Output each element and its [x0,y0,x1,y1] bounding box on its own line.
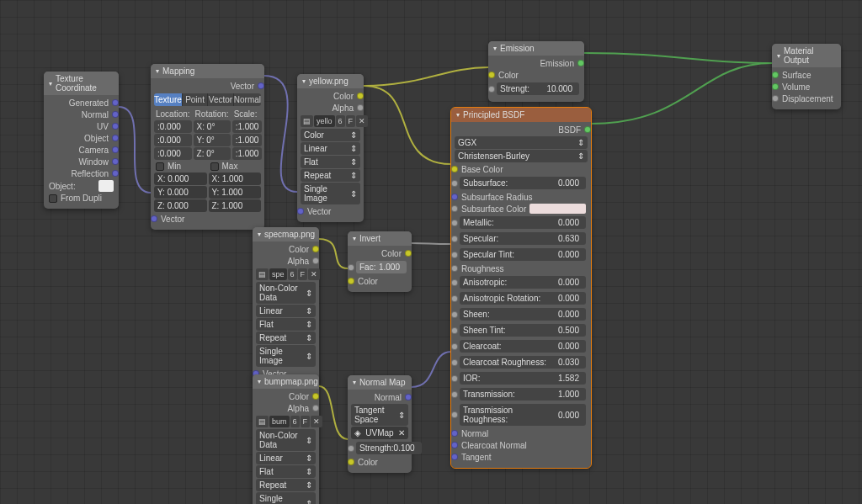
input-surface[interactable]: Surface [775,69,838,81]
output-reflection[interactable]: Reflection [47,167,115,179]
min-y[interactable]: Y: 0.000 [154,186,207,199]
input-specular[interactable]: Specular:0.630 [455,231,588,247]
node-texture-coordinate[interactable]: ▾Texture Coordinate Generated Normal UV … [44,72,119,209]
interpolation[interactable]: Linear⇕ [301,142,360,155]
node-normal-map[interactable]: ▾Normal Map Normal Tangent Space⇕ ◈UVMap… [348,375,412,473]
projection[interactable]: Flat⇕ [256,318,316,331]
node-image-yellow[interactable]: ▾yellow.png Color Alpha ▤ yello 6 F ✕ Co… [297,74,364,222]
tab-texture[interactable]: Texture [154,93,183,106]
node-invert[interactable]: ▾Invert Color Fac:1.000 Color [348,231,412,292]
input-volume[interactable]: Volume [775,81,838,93]
node-header[interactable]: ▾Texture Coordinate [44,72,119,95]
browse-icon[interactable]: ▤ [301,115,313,127]
output-camera[interactable]: Camera [47,144,115,156]
node-header[interactable]: ▾yellow.png [297,74,364,88]
color-space[interactable]: Color⇕ [301,129,360,141]
max-x[interactable]: X: 1.000 [209,172,262,185]
input-vector[interactable]: Vector [301,205,360,217]
extension[interactable]: Repeat⇕ [301,169,360,182]
input-metallic[interactable]: Metallic:0.000 [455,215,588,231]
image-datablock[interactable]: ▤ bum 6 F ✕ [256,416,316,427]
output-color[interactable]: Color [256,390,316,402]
max-z[interactable]: Z: 1.000 [209,199,262,212]
extension[interactable]: Repeat⇕ [256,332,316,344]
browse-icon[interactable]: ▤ [256,268,269,280]
image-datablock[interactable]: ▤ spe 6 F ✕ [256,268,316,280]
node-header[interactable]: ▾Material Output [772,44,841,67]
rot-y[interactable]: Y: 0° [194,134,231,146]
input-color[interactable]: Color [492,69,581,81]
source[interactable]: Single Image⇕ [301,183,360,204]
output-color[interactable]: Color [256,243,316,255]
max-y[interactable]: Y: 1.000 [209,186,262,199]
unlink-button[interactable]: ✕ [308,268,320,280]
fake-user-button[interactable]: F [346,115,356,127]
object-picker[interactable]: Object: [47,179,115,193]
browse-icon[interactable]: ▤ [256,416,269,427]
output-alpha[interactable]: Alpha [256,255,316,267]
input-subsurface[interactable]: Subsurface:0.000 [455,175,588,191]
source[interactable]: Single Image⇕ [256,492,316,504]
node-image-specmap[interactable]: ▾specmap.png Color Alpha ▤ spe 6 F ✕ Non… [253,227,319,385]
node-header[interactable]: ▾Normal Map [348,375,412,390]
image-name[interactable]: bum [269,416,290,427]
input-sheen[interactable]: Sheen:0.000 [455,306,588,322]
output-color[interactable]: Color [301,90,360,102]
output-uv[interactable]: UV [47,120,115,132]
extension[interactable]: Repeat⇕ [256,479,316,491]
input-strength[interactable]: Strengt:10.000 [492,81,581,97]
mapping-type-tabs[interactable]: Texture Point Vector Normal [154,93,261,106]
image-datablock[interactable]: ▤ yello 6 F ✕ [301,115,360,127]
output-normal[interactable]: Normal [351,391,408,403]
input-normal[interactable]: Normal [455,427,588,439]
node-header[interactable]: ▾Emission [488,41,584,56]
tab-normal[interactable]: Normal [234,93,261,106]
users-button[interactable]: 6 [288,268,297,280]
image-name[interactable]: yello [314,115,335,127]
users-button[interactable]: 6 [336,115,345,127]
input-sheen-tint[interactable]: Sheen Tint:0.500 [455,322,588,338]
loc-x[interactable]: :0.000 [154,120,192,133]
output-object[interactable]: Object [47,132,115,144]
unlink-button[interactable]: ✕ [311,416,322,427]
node-header[interactable]: ▾Mapping [151,64,264,78]
output-window[interactable]: Window [47,156,115,167]
output-bsdf[interactable]: BSDF [455,124,588,135]
input-subsurface-color[interactable]: Subsurface Color [455,203,588,215]
min-x[interactable]: X: 0.000 [154,172,207,185]
source[interactable]: Single Image⇕ [256,345,316,367]
rot-x[interactable]: X: 0° [194,120,231,133]
input-roughness[interactable]: Roughness [455,263,588,274]
output-vector[interactable]: Vector [154,80,261,92]
node-header[interactable]: ▾Principled BSDF [451,108,591,122]
output-color[interactable]: Color [351,247,408,259]
distribution-dropdown[interactable]: GGX⇕ [455,136,588,149]
scale-y[interactable]: :1.000 [232,134,263,146]
node-header[interactable]: ▾bumpmap.png [253,374,319,389]
sss-method-dropdown[interactable]: Christensen-Burley⇕ [455,150,588,162]
uvmap-field[interactable]: ◈UVMap✕ [351,427,408,439]
node-image-bumpmap[interactable]: ▾bumpmap.png Color Alpha ▤ bum 6 F ✕ Non… [253,374,319,504]
input-clearcoat-roughness[interactable]: Clearcoat Roughness:0.030 [455,354,588,370]
image-name[interactable]: spe [269,268,287,280]
output-alpha[interactable]: Alpha [301,102,360,114]
tab-vector[interactable]: Vector [208,93,233,106]
scale-z[interactable]: :1.000 [232,147,263,160]
fake-user-button[interactable]: F [301,416,311,427]
input-displacement[interactable]: Displacement [775,93,838,104]
scale-x[interactable]: :1.000 [232,120,263,133]
input-color[interactable]: Color [351,456,408,468]
projection[interactable]: Flat⇕ [256,465,316,478]
node-material-output[interactable]: ▾Material Output Surface Volume Displace… [772,44,841,109]
loc-y[interactable]: :0.000 [154,134,192,146]
min-z[interactable]: Z: 0.000 [154,199,207,212]
input-anisotropic-rotation[interactable]: Anisotropic Rotation:0.000 [455,290,588,306]
node-mapping[interactable]: ▾Mapping Vector Texture Point Vector Nor… [151,64,264,230]
input-subsurface-radius[interactable]: Subsurface Radius [455,191,588,203]
unlink-button[interactable]: ✕ [356,115,368,127]
input-transmission-roughness[interactable]: Transmission Roughness:0.000 [455,402,588,427]
input-clearcoat-normal[interactable]: Clearcoat Normal [455,439,588,451]
output-emission[interactable]: Emission [492,57,581,69]
projection[interactable]: Flat⇕ [301,156,360,168]
output-alpha[interactable]: Alpha [256,402,316,414]
